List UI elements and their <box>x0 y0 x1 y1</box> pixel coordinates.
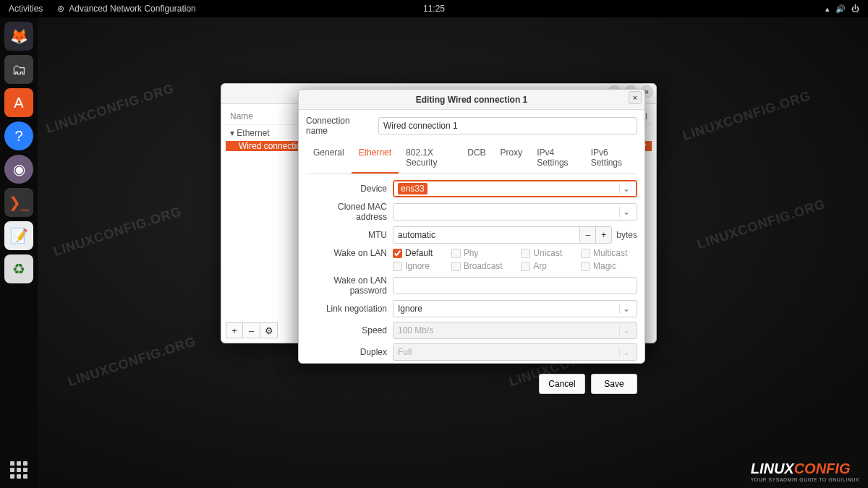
wol-options: Default Phy Unicast Multicast Ignore Bro… <box>393 248 637 271</box>
wol-unicast[interactable]: Unicast <box>521 248 572 258</box>
power-icon: ⏻ <box>851 4 859 14</box>
wol-password-input <box>393 277 637 294</box>
volume-icon: 🔊 <box>835 4 846 14</box>
device-label: Device <box>306 184 393 194</box>
save-button[interactable]: Save <box>591 374 637 394</box>
tab-ipv6[interactable]: IPv6 Settings <box>584 143 637 174</box>
dock-firefox[interactable]: 🦊 <box>4 22 33 51</box>
wol-magic[interactable]: Magic <box>581 261 637 271</box>
edit-connection-button[interactable]: ⚙ <box>260 322 278 338</box>
speed-label: Speed <box>306 325 393 335</box>
connection-name-input[interactable] <box>378 117 637 134</box>
app-name: Advanced Network Configuration <box>69 4 195 14</box>
mtu-unit: bytes <box>616 230 637 240</box>
dialog-titlebar[interactable]: Editing Wired connection 1 × <box>299 90 644 110</box>
dock-files[interactable]: 🗂 <box>4 55 33 84</box>
dock-terminal[interactable]: ❯_ <box>4 188 33 217</box>
show-apps-button[interactable] <box>8 459 30 481</box>
cloned-mac-combo[interactable]: ⌄ <box>393 203 637 221</box>
activities-button[interactable]: Activities <box>0 4 51 14</box>
tab-proxy[interactable]: Proxy <box>493 143 530 174</box>
chevron-down-icon: ⌄ <box>619 347 632 357</box>
add-connection-button[interactable]: + <box>226 322 243 338</box>
chevron-down-icon: ⌄ <box>619 325 632 335</box>
device-combo[interactable]: ens33⌄ <box>393 180 637 197</box>
app-indicator[interactable]: ⊚ Advanced Network Configuration <box>51 4 201 14</box>
chevron-down-icon: ⌄ <box>619 184 632 194</box>
system-tray[interactable]: ▴ 🔊 ⏻ <box>825 4 868 14</box>
network-tray-icon: ▴ <box>825 4 830 14</box>
dock-trash[interactable]: ♻ <box>4 254 33 283</box>
dock-help[interactable]: ? <box>4 121 33 150</box>
wol-default[interactable]: Default <box>393 248 443 258</box>
chevron-down-icon: ⌄ <box>619 207 632 217</box>
duplex-label: Duplex <box>306 347 393 357</box>
dialog-close-button[interactable]: × <box>629 91 642 104</box>
wol-ignore[interactable]: Ignore <box>393 261 443 271</box>
tab-8021x[interactable]: 802.1X Security <box>399 143 460 174</box>
network-icon: ⊚ <box>57 4 64 14</box>
mtu-input[interactable] <box>393 226 580 244</box>
mtu-label: MTU <box>306 230 393 240</box>
mtu-increment[interactable]: + <box>596 226 612 244</box>
linuxconfig-logo: LINUXCONFIG YOUR SYSADMIN GUIDE TO GNU/L… <box>751 461 859 482</box>
wol-phy[interactable]: Phy <box>451 248 513 258</box>
settings-tabs: General Ethernet 802.1X Security DCB Pro… <box>306 143 637 174</box>
tab-general[interactable]: General <box>306 143 352 174</box>
dock-network[interactable]: ◉ <box>4 155 33 184</box>
wol-label: Wake on LAN <box>306 248 393 258</box>
tab-ipv4[interactable]: IPv4 Settings <box>529 143 583 174</box>
wol-multicast[interactable]: Multicast <box>581 248 637 258</box>
top-bar: Activities ⊚ Advanced Network Configurat… <box>0 0 868 17</box>
cloned-mac-label: Cloned MAC address <box>306 202 393 222</box>
cancel-button[interactable]: Cancel <box>539 374 585 394</box>
wol-broadcast[interactable]: Broadcast <box>451 261 513 271</box>
duplex-combo: Full⌄ <box>393 343 637 361</box>
dock: 🦊 🗂 A ? ◉ ❯_ 📝 ♻ <box>0 17 38 488</box>
connection-name-label: Connection name <box>306 116 378 136</box>
wol-arp[interactable]: Arp <box>521 261 572 271</box>
clock[interactable]: 11:25 <box>423 4 445 14</box>
wol-password-label: Wake on LAN password <box>306 275 393 296</box>
speed-combo: 100 Mb/s⌄ <box>393 322 637 339</box>
tab-ethernet[interactable]: Ethernet <box>352 143 399 174</box>
link-negotiation-label: Link negotiation <box>306 304 393 314</box>
edit-connection-dialog: Editing Wired connection 1 × Connection … <box>298 89 645 364</box>
dock-text-editor[interactable]: 📝 <box>4 221 33 250</box>
remove-connection-button[interactable]: – <box>243 322 260 338</box>
chevron-down-icon: ⌄ <box>619 304 632 314</box>
dock-software[interactable]: A <box>4 88 33 117</box>
tab-dcb[interactable]: DCB <box>460 143 493 174</box>
dialog-title: Editing Wired connection 1 <box>416 95 528 105</box>
mtu-decrement[interactable]: – <box>580 226 596 244</box>
link-negotiation-combo[interactable]: Ignore⌄ <box>393 300 637 317</box>
